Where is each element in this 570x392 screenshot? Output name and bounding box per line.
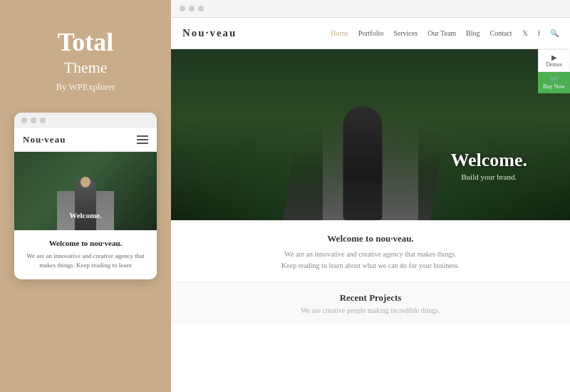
twitter-icon[interactable]: 𝕏 xyxy=(522,29,528,37)
nav-link-contact[interactable]: Contact xyxy=(490,29,512,37)
mobile-browser-bar xyxy=(14,113,157,128)
nav-link-our-team[interactable]: Our Team xyxy=(428,29,456,37)
site-nav-links: Home Portfolio Services Our Team Blog Co… xyxy=(331,29,559,37)
site-hero: Welcome. Build your brand. ▶ Demos 🛒 Buy… xyxy=(171,49,570,220)
demos-label: Demos xyxy=(546,61,562,68)
buy-label: Buy Now xyxy=(543,83,565,90)
app-title: Total xyxy=(58,29,114,57)
welcome-section-line2: Keep reading to learn about what we can … xyxy=(192,260,549,272)
chrome-dot-1 xyxy=(180,6,185,11)
mobile-nav-logo: Nou·veau xyxy=(23,134,66,145)
chrome-dot-2 xyxy=(189,6,195,11)
chrome-dot-3 xyxy=(198,6,204,11)
site-nav-logo: Nou·veau xyxy=(182,27,331,39)
search-icon[interactable]: 🔍 xyxy=(550,29,559,37)
welcome-section-heading: Welcome to nou·veau. xyxy=(192,233,549,244)
recent-projects-heading: Recent Projects xyxy=(192,292,549,304)
hero-text-block: Welcome. Build your brand. xyxy=(450,150,527,181)
mobile-hero: Welcome. xyxy=(14,152,157,230)
hero-overlay xyxy=(171,49,570,220)
buy-icon: 🛒 xyxy=(543,76,565,83)
main-browser: Nou·veau Home Portfolio Services Our Tea… xyxy=(171,0,570,392)
browser-dot-3 xyxy=(40,118,46,123)
mobile-card-content: Welcome to nou·veau. We are an innovativ… xyxy=(14,230,157,279)
floating-buttons: ▶ Demos 🛒 Buy Now xyxy=(538,49,570,93)
buy-now-button[interactable]: 🛒 Buy Now xyxy=(538,72,570,93)
mobile-content-heading: Welcome to nou·veau. xyxy=(23,239,148,247)
sidebar: Total Theme By WPExplorer Nou·veau Welco… xyxy=(0,0,171,392)
app-author: By WPExplorer xyxy=(56,81,115,93)
nav-link-services[interactable]: Services xyxy=(393,29,418,37)
facebook-icon[interactable]: f xyxy=(538,29,540,37)
welcome-section: Welcome to nou·veau. We are an innovativ… xyxy=(171,220,570,282)
mobile-content-text: We are an innovative and creative agency… xyxy=(23,252,148,271)
mobile-hero-head xyxy=(81,177,90,187)
recent-projects-subtext: We are creative people making incredible… xyxy=(192,306,549,314)
demos-button[interactable]: ▶ Demos xyxy=(538,49,570,72)
browser-chrome-bar xyxy=(171,0,570,18)
hero-welcome-text: Welcome. xyxy=(450,150,527,171)
browser-dot-1 xyxy=(21,118,27,123)
demos-icon: ▶ xyxy=(544,53,564,61)
hamburger-icon[interactable] xyxy=(137,135,148,144)
site-nav: Nou·veau Home Portfolio Services Our Tea… xyxy=(171,18,570,49)
mobile-preview-card: Nou·veau Welcome. Welcome to nou·veau. W… xyxy=(14,113,157,279)
nav-link-blog[interactable]: Blog xyxy=(466,29,480,37)
browser-dot-2 xyxy=(31,118,36,123)
mobile-nav: Nou·veau xyxy=(14,128,157,152)
app-subtitle: Theme xyxy=(63,58,107,77)
mobile-hero-text: Welcome. xyxy=(14,211,157,220)
nav-link-portfolio[interactable]: Portfolio xyxy=(358,29,384,37)
hero-tagline-text: Build your brand. xyxy=(450,172,527,181)
nav-link-home[interactable]: Home xyxy=(331,29,348,37)
welcome-section-line1: We are an innovative and creative agency… xyxy=(192,249,549,260)
recent-projects-section: Recent Projects We are creative people m… xyxy=(171,282,570,324)
